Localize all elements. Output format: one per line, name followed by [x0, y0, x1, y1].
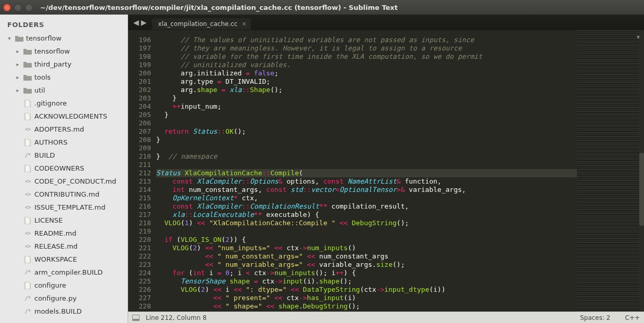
tree-label: .gitignore: [34, 98, 67, 109]
tree-label: LICENSE: [34, 215, 63, 226]
tree-label: RELEASE.md: [34, 241, 78, 252]
file-item[interactable]: <>ADOPTERS.md: [2, 123, 128, 136]
markup-file-icon: <>: [23, 230, 32, 237]
tree-label: configure: [34, 280, 66, 291]
file-item[interactable]: CODEOWNERS: [2, 162, 128, 175]
folder-icon: [23, 87, 32, 94]
file-item[interactable]: <>RELEASE.md: [2, 240, 128, 253]
build-file-icon: /*: [23, 295, 32, 302]
file-icon: [23, 165, 32, 172]
folder-item[interactable]: ▸tensorflow: [2, 45, 128, 58]
tree-label: tensorflow: [34, 46, 70, 57]
folder-icon: [15, 35, 24, 42]
tree-label: tools: [34, 72, 50, 83]
minimap[interactable]: [577, 30, 639, 312]
folder-icon: [23, 48, 32, 55]
file-item[interactable]: WORKSPACE: [2, 253, 128, 266]
tree-label: ISSUE_TEMPLATE.md: [34, 202, 105, 213]
tree-label: AUTHORS: [34, 137, 68, 148]
panel-icon[interactable]: [132, 315, 140, 321]
build-file-icon: /*: [23, 152, 32, 159]
markup-file-icon: <>: [23, 178, 32, 185]
tree-label: ADOPTERS.md: [34, 124, 84, 135]
folder-item[interactable]: ▸tools: [2, 71, 128, 84]
folder-item[interactable]: ▾tensorflow: [2, 32, 128, 45]
folder-icon: [23, 74, 32, 81]
chevron-down-icon[interactable]: ▾: [6, 35, 12, 42]
file-icon: [23, 139, 32, 146]
tab-active[interactable]: xla_compilation_cache.cc ×: [152, 18, 251, 30]
file-item[interactable]: ACKNOWLEDGMENTS: [2, 110, 128, 123]
markup-file-icon: <>: [23, 126, 32, 133]
chevron-right-icon[interactable]: ▸: [15, 48, 21, 55]
minimize-icon[interactable]: [14, 4, 22, 11]
sidebar-header: FOLDERS: [0, 15, 128, 31]
build-file-icon: /*: [23, 269, 32, 276]
chevron-right-icon[interactable]: ▸: [15, 74, 21, 81]
file-icon: [23, 256, 32, 263]
markup-file-icon: <>: [23, 191, 32, 198]
file-item[interactable]: /*models.BUILD: [2, 305, 128, 318]
file-item[interactable]: AUTHORS: [2, 136, 128, 149]
chevron-right-icon[interactable]: ▸: [15, 87, 21, 94]
file-item[interactable]: /*configure.py: [2, 292, 128, 305]
folder-item[interactable]: ▸third_party: [2, 58, 128, 71]
folder-tree[interactable]: ▾tensorflow▸tensorflow▸third_party▸tools…: [0, 31, 128, 321]
window-title: ~/dev/tensorflow/tensorflow/compiler/jit…: [40, 4, 398, 11]
status-bar: Line 212, Column 8 Spaces: 2 C++: [128, 312, 644, 323]
chevron-right-icon[interactable]: ▸: [15, 61, 21, 68]
sidebar[interactable]: FOLDERS ▾tensorflow▸tensorflow▸third_par…: [0, 15, 128, 323]
file-icon: [23, 217, 32, 224]
tree-label: third_party: [34, 59, 71, 70]
nav-next-icon[interactable]: ▶: [140, 17, 148, 28]
line-number-gutter[interactable]: 1961971981992002012022032042052062072082…: [128, 30, 154, 312]
tree-label: README.md: [34, 228, 77, 239]
file-item[interactable]: <>CONTRIBUTING.md: [2, 188, 128, 201]
tree-label: BUILD: [34, 150, 55, 161]
file-icon: [23, 113, 32, 120]
file-item[interactable]: <>README.md: [2, 227, 128, 240]
tree-label: models.BUILD: [34, 306, 82, 317]
folder-icon: [23, 61, 32, 68]
file-item[interactable]: LICENSE: [2, 214, 128, 227]
file-item[interactable]: /*BUILD: [2, 149, 128, 162]
nav-prev-icon[interactable]: ◀: [132, 17, 140, 28]
file-item[interactable]: /*arm_compiler.BUILD: [2, 266, 128, 279]
status-position: Line 212, Column 8: [146, 314, 207, 321]
tab-bar[interactable]: ◀ ▶ xla_compilation_cache.cc ×: [128, 15, 644, 30]
file-icon: [23, 282, 32, 289]
file-item[interactable]: <>ISSUE_TEMPLATE.md: [2, 201, 128, 214]
tree-label: configure.py: [34, 293, 77, 304]
markup-file-icon: <>: [23, 243, 32, 250]
build-file-icon: /*: [23, 308, 32, 315]
scrollbar-vertical[interactable]: [639, 30, 644, 312]
maximize-icon[interactable]: [25, 4, 33, 11]
file-item[interactable]: .gitignore: [2, 97, 128, 110]
tree-label: ACKNOWLEDGMENTS: [34, 111, 107, 122]
scrollbar-thumb[interactable]: [639, 153, 644, 226]
tree-label: util: [34, 85, 45, 96]
markup-file-icon: <>: [23, 204, 32, 211]
close-tab-icon[interactable]: ×: [242, 20, 247, 28]
window-titlebar: ~/dev/tensorflow/tensorflow/compiler/jit…: [0, 0, 644, 15]
folder-item[interactable]: ▸util: [2, 84, 128, 97]
tree-label: CODE_OF_CONDUCT.md: [34, 176, 116, 187]
code-editor[interactable]: // The values of uninitialized variables…: [154, 30, 577, 312]
file-item[interactable]: configure: [2, 279, 128, 292]
status-spaces[interactable]: Spaces: 2: [580, 314, 610, 321]
file-icon: [23, 100, 32, 107]
tree-label: tensorflow: [26, 33, 61, 44]
tree-label: WORKSPACE: [34, 254, 77, 265]
tab-label: xla_compilation_cache.cc: [158, 20, 238, 28]
tree-label: CODEOWNERS: [34, 163, 84, 174]
tree-label: CONTRIBUTING.md: [34, 189, 99, 200]
status-syntax[interactable]: C++: [625, 314, 640, 321]
file-item[interactable]: <>CODE_OF_CONDUCT.md: [2, 175, 128, 188]
tree-label: arm_compiler.BUILD: [34, 267, 103, 278]
close-icon[interactable]: [3, 4, 11, 11]
